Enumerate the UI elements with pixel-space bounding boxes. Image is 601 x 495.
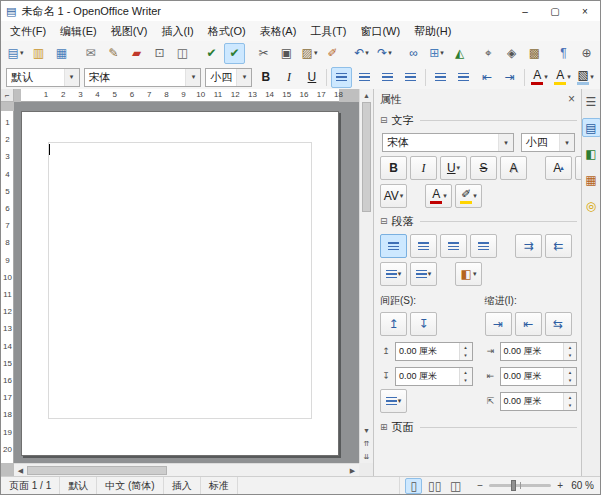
spin-down-icon[interactable]: ▾	[564, 351, 576, 360]
character-section-header[interactable]: ⊟ 文字	[380, 111, 577, 129]
sb-font-color-button[interactable]: A▾	[425, 184, 452, 208]
draw-functions-button[interactable]: ◭	[449, 43, 470, 64]
sidebar-close-button[interactable]: ×	[566, 92, 577, 106]
sb-character-spacing-button[interactable]: AV▾	[380, 184, 407, 208]
properties-tab[interactable]: ▤	[582, 118, 601, 137]
underline-button[interactable]: U	[301, 67, 322, 88]
italic-button[interactable]: I	[278, 67, 299, 88]
indent-after-text-field[interactable]: 0.00 厘米▴▾	[500, 367, 578, 386]
gallery-tab[interactable]: ▦	[582, 170, 601, 189]
zoom-in-button[interactable]: +	[555, 480, 565, 491]
menu-view[interactable]: 视图(V)	[104, 22, 155, 41]
sb-grow-font-button[interactable]: A▴	[545, 156, 572, 180]
sb-font-size-combo[interactable]: 小四 ▾	[521, 133, 575, 152]
document-canvas[interactable]	[14, 102, 359, 463]
menu-window[interactable]: 窗口(W)	[353, 22, 407, 41]
spin-up-icon[interactable]: ▴	[460, 368, 472, 377]
sb-strikethrough-button[interactable]: S	[470, 156, 497, 180]
sb-increase-spacing-button[interactable]: ↥	[380, 312, 407, 336]
spin-up-icon[interactable]: ▴	[564, 368, 576, 377]
navigator-tab[interactable]: ◎	[582, 196, 601, 215]
spacing-below-field[interactable]: 0.00 厘米▴▾	[395, 367, 473, 386]
chevron-down-icon[interactable]: ▾	[457, 164, 461, 172]
sb-bullet-list-button[interactable]: ▾	[380, 262, 407, 286]
spin-down-icon[interactable]: ▾	[460, 351, 472, 360]
sb-hanging-indent-button[interactable]: ⇆	[545, 312, 572, 336]
zoom-slider-thumb[interactable]	[511, 480, 516, 491]
sb-underline-button[interactable]: U▾	[440, 156, 467, 180]
font-name-combo[interactable]: 宋体▾	[84, 68, 202, 87]
navigator-button[interactable]: ◈	[501, 43, 522, 64]
chevron-down-icon[interactable]: ▾	[20, 49, 24, 57]
next-page-button[interactable]: ⇊	[360, 450, 373, 463]
chevron-down-icon[interactable]: ▾	[314, 49, 318, 57]
undo-button[interactable]: ↶▾	[351, 43, 372, 64]
find-replace-button[interactable]: ⌖	[478, 43, 499, 64]
sb-font-name-combo[interactable]: 宋体 ▾	[382, 133, 514, 152]
selection-mode-status[interactable]: 标准	[201, 477, 238, 494]
sb-align-left-button[interactable]	[380, 234, 407, 258]
chevron-down-icon[interactable]: ▾	[498, 134, 513, 151]
numbered-list-button[interactable]	[430, 67, 451, 88]
highlighting-button[interactable]: A▾	[552, 67, 573, 88]
close-button[interactable]: ×	[570, 1, 600, 21]
scroll-up-button[interactable]: ▲	[360, 89, 373, 102]
spelling-button[interactable]: ✔	[201, 43, 222, 64]
vertical-scrollbar[interactable]: ▲ ▼ ⇈ ⇊	[359, 89, 373, 463]
background-color-button[interactable]: ▧▾	[575, 67, 596, 88]
document-page[interactable]	[21, 111, 339, 456]
spin-down-icon[interactable]: ▾	[460, 376, 472, 385]
new-document-button[interactable]: ▤▾	[5, 43, 26, 64]
spin-up-icon[interactable]: ▴	[460, 343, 472, 352]
paste-button[interactable]: ▨▾	[299, 43, 320, 64]
vertical-scroll-thumb[interactable]	[362, 102, 371, 212]
auto-spellcheck-button[interactable]: ✔	[224, 43, 245, 64]
hyperlink-button[interactable]: ∞	[403, 43, 424, 64]
menu-table[interactable]: 表格(A)	[253, 22, 304, 41]
table-button[interactable]: ⊞▾	[426, 43, 447, 64]
spacing-above-field[interactable]: 0.00 厘米▴▾	[395, 342, 473, 361]
chevron-down-icon[interactable]: ▾	[559, 134, 574, 151]
align-center-button[interactable]	[354, 67, 375, 88]
chevron-down-icon[interactable]: ▾	[544, 73, 548, 81]
styles-tab[interactable]: ◧	[582, 144, 601, 163]
chevron-down-icon[interactable]: ▾	[443, 192, 447, 200]
horizontal-scrollbar[interactable]: ◀ ▶	[14, 463, 359, 477]
sb-decrease-spacing-button[interactable]: ↧	[410, 312, 437, 336]
maximize-button[interactable]: ▢	[540, 1, 570, 21]
tab-stop-selector[interactable]: ⌐	[1, 89, 14, 102]
zoom-button[interactable]: ⊕	[576, 43, 597, 64]
sb-italic-button[interactable]: I	[410, 156, 437, 180]
chevron-down-icon[interactable]: ▾	[185, 69, 200, 86]
spin-down-icon[interactable]: ▾	[564, 376, 576, 385]
chevron-down-icon[interactable]: ▾	[590, 73, 594, 81]
menu-format[interactable]: 格式(O)	[201, 22, 253, 41]
chevron-down-icon[interactable]: ▾	[365, 49, 369, 57]
bullet-list-button[interactable]	[453, 67, 474, 88]
minimize-button[interactable]: –	[510, 1, 540, 21]
previous-page-button[interactable]: ⇈	[360, 437, 373, 450]
menu-edit[interactable]: 编辑(E)	[53, 22, 104, 41]
align-right-button[interactable]	[377, 67, 398, 88]
chevron-down-icon[interactable]: ▾	[473, 192, 477, 200]
cut-button[interactable]: ✂	[253, 43, 274, 64]
scroll-down-button[interactable]: ▼	[360, 424, 373, 437]
align-justify-button[interactable]	[400, 67, 421, 88]
expand-icon[interactable]: ⊞	[380, 422, 388, 432]
font-color-button[interactable]: A▾	[529, 67, 550, 88]
decrease-indent-button[interactable]: ⇤	[476, 67, 497, 88]
sb-align-center-button[interactable]	[410, 234, 437, 258]
sb-writing-rtl-button[interactable]: ⇇	[545, 234, 572, 258]
page-style-status[interactable]: 默认	[60, 477, 97, 494]
sb-numbered-list-button[interactable]: ▾	[410, 262, 437, 286]
zoom-level[interactable]: 60 %	[571, 480, 600, 491]
export-pdf-button[interactable]: ▰	[126, 43, 147, 64]
increase-indent-button[interactable]: ⇥	[499, 67, 520, 88]
page-section-header[interactable]: ⊞ 页面	[380, 418, 577, 436]
redo-button[interactable]: ↷▾	[374, 43, 395, 64]
edit-file-button[interactable]: ✎	[103, 43, 124, 64]
horizontal-ruler[interactable]: 123456789101112131415161718	[14, 89, 359, 102]
collapse-icon[interactable]: ⊟	[380, 115, 388, 125]
spin-down-icon[interactable]: ▾	[564, 401, 576, 410]
language-status[interactable]: 中文 (简体)	[97, 477, 163, 494]
